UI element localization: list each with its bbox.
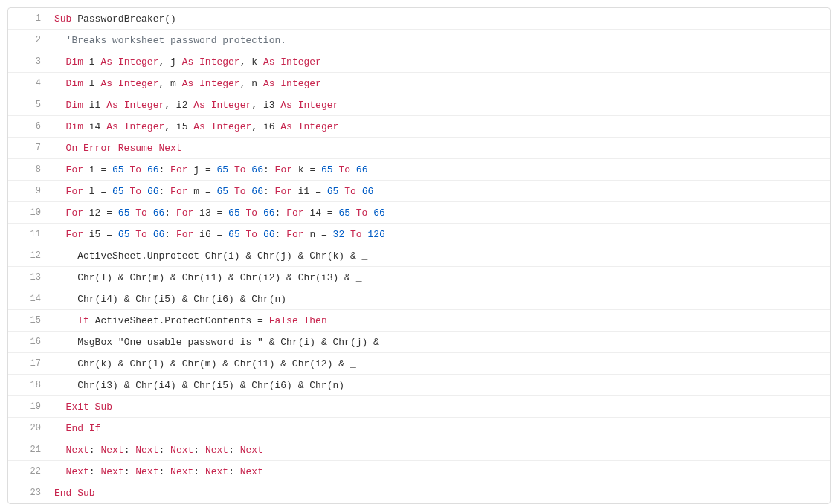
token-id xyxy=(228,186,234,197)
code-line: 13 Chr(l) & Chr(m) & Chr(i1) & Chr(i2) &… xyxy=(8,267,830,288)
token-id xyxy=(356,186,362,197)
code-line: 10 For i2 = 65 To 66: For i3 = 65 To 66:… xyxy=(8,202,830,224)
token-num: 66 xyxy=(263,207,275,219)
token-kw: End If xyxy=(66,423,101,434)
line-content: For i2 = 65 To 66: For i3 = 65 To 66: Fo… xyxy=(48,204,830,222)
line-content: Sub PasswordBreaker() xyxy=(48,10,830,28)
token-id: i = xyxy=(83,164,112,175)
token-id: j = xyxy=(188,164,217,175)
token-num: 66 xyxy=(147,186,159,197)
token-id: : xyxy=(228,466,240,477)
token-id: i1 xyxy=(83,100,106,111)
token-kw: To xyxy=(234,186,246,197)
line-content: For i = 65 To 66: For j = 65 To 66: For … xyxy=(48,161,830,179)
token-num: 66 xyxy=(147,164,159,175)
token-kw: Exit Sub xyxy=(66,401,112,413)
token-num: 65 xyxy=(118,207,130,219)
token-kw: To xyxy=(338,164,350,175)
token-num: 65 xyxy=(338,207,350,219)
token-kw: To xyxy=(356,207,368,219)
token-kw: Dim xyxy=(66,56,83,68)
token-kw: As Integer xyxy=(100,78,158,89)
token-kw: Next xyxy=(66,466,89,477)
token-id: : xyxy=(275,207,287,219)
code-line: 3 Dim i As Integer, j As Integer, k As I… xyxy=(8,51,830,73)
token-id: : xyxy=(228,445,240,456)
line-content: Next: Next: Next: Next: Next: Next xyxy=(48,462,830,481)
token-id: i4 = xyxy=(304,207,339,219)
token-kw: Dim xyxy=(66,100,83,111)
token-num: 66 xyxy=(356,164,368,175)
token-kw: Next xyxy=(170,466,193,477)
token-kw: On Error Resume Next xyxy=(66,143,182,154)
line-content: Chr(l) & Chr(m) & Chr(i1) & Chr(i2) & Ch… xyxy=(48,268,830,287)
line-number: 14 xyxy=(8,294,48,304)
token-id: : xyxy=(164,207,176,219)
line-number: 5 xyxy=(8,100,48,110)
line-content: On Error Resume Next xyxy=(48,139,830,158)
token-cmt: 'Breaks worksheet password protection. xyxy=(66,35,286,46)
line-number: 8 xyxy=(8,164,48,175)
token-id xyxy=(240,207,246,219)
token-id: & Chr(i) & Chr(j) & _ xyxy=(263,337,391,348)
token-id: l = xyxy=(83,186,112,197)
token-num: 65 xyxy=(321,164,333,175)
line-number: 12 xyxy=(8,251,48,261)
token-id xyxy=(147,229,153,240)
token-id: , i5 xyxy=(164,121,193,132)
code-line: 19 Exit Sub xyxy=(8,396,830,418)
token-num: 66 xyxy=(153,207,165,219)
line-number: 9 xyxy=(8,186,48,196)
token-kw: For xyxy=(286,207,303,219)
line-content: MsgBox "One usable password is " & Chr(i… xyxy=(48,333,830,352)
token-id: , i3 xyxy=(251,100,280,111)
line-content: End If xyxy=(48,419,830,438)
token-str: "One usable password is " xyxy=(118,337,263,348)
token-id: Chr(k) & Chr(l) & Chr(m) & Chr(i1) & Chr… xyxy=(77,358,355,369)
token-id: : xyxy=(275,229,287,240)
token-id: , m xyxy=(158,78,181,89)
token-kw: To xyxy=(234,164,246,175)
token-num: 65 xyxy=(327,186,339,197)
line-number: 6 xyxy=(8,121,48,132)
line-number: 23 xyxy=(8,488,48,498)
token-num: 66 xyxy=(251,186,263,197)
token-kw: As Integer xyxy=(263,56,321,68)
token-kw: If xyxy=(77,315,89,326)
token-id: Chr(i4) & Chr(i5) & Chr(i6) & Chr(n) xyxy=(77,294,286,305)
token-num: 65 xyxy=(228,207,240,219)
token-id: , n xyxy=(240,78,263,89)
token-id xyxy=(141,186,147,197)
token-kw: To xyxy=(129,164,141,175)
token-kw: For xyxy=(66,164,83,175)
code-line: 20 End If xyxy=(8,418,830,439)
line-number: 2 xyxy=(8,35,48,45)
token-kw: For xyxy=(66,207,83,219)
token-kw: As Integer xyxy=(182,78,240,89)
token-id: Chr(i3) & Chr(i4) & Chr(i5) & Chr(i6) & … xyxy=(77,380,344,391)
token-id: m = xyxy=(188,186,217,197)
token-id: : xyxy=(124,466,136,477)
code-line: 18 Chr(i3) & Chr(i4) & Chr(i5) & Chr(i6)… xyxy=(8,375,830,396)
token-id: , i6 xyxy=(251,121,280,132)
token-kw: To xyxy=(246,229,258,240)
token-id: n = xyxy=(304,229,333,240)
token-id xyxy=(240,229,246,240)
code-line: 21 Next: Next: Next: Next: Next: Next xyxy=(8,439,830,461)
line-content: Dim i1 As Integer, i2 As Integer, i3 As … xyxy=(48,96,830,114)
code-line: 16 MsgBox "One usable password is " & Ch… xyxy=(8,332,830,353)
token-id: i2 = xyxy=(83,207,118,219)
token-kw: For xyxy=(176,207,193,219)
line-content: Chr(i3) & Chr(i4) & Chr(i5) & Chr(i6) & … xyxy=(48,376,830,395)
line-number: 10 xyxy=(8,207,48,218)
token-kw: Next xyxy=(240,445,263,456)
token-id: : xyxy=(164,229,176,240)
token-kw: For xyxy=(275,186,292,197)
token-id: : xyxy=(158,445,170,456)
token-kw: As Integer xyxy=(106,121,164,132)
token-id: : xyxy=(263,164,275,175)
token-kw: To xyxy=(246,207,258,219)
token-id: ActiveSheet.Unprotect Chr(i) & Chr(j) & … xyxy=(77,251,367,262)
token-num: 126 xyxy=(367,229,384,240)
line-number: 13 xyxy=(8,272,48,282)
